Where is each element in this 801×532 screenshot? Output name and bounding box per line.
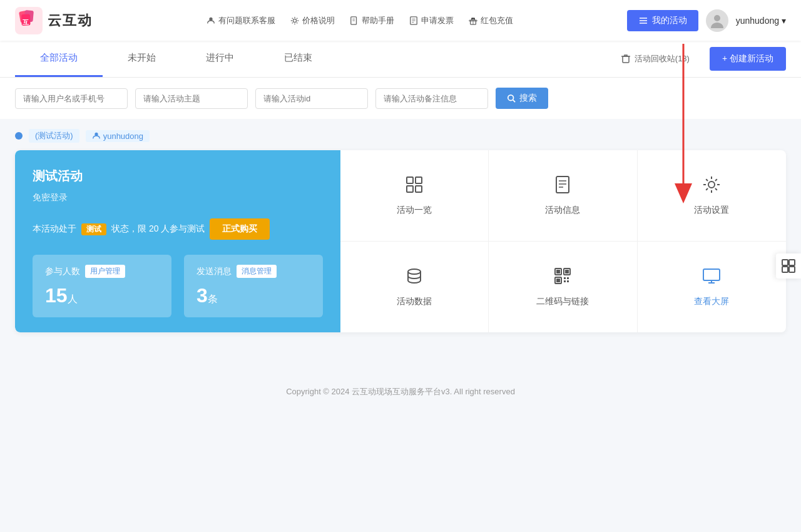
- invoice-icon: [409, 16, 418, 25]
- search-id-input[interactable]: [255, 88, 368, 109]
- trash-icon: [621, 54, 631, 64]
- tab-in-progress[interactable]: 进行中: [181, 41, 259, 77]
- stat1-number: 15人: [45, 284, 159, 307]
- action-activity-settings[interactable]: 活动设置: [638, 150, 786, 242]
- action-activity-data[interactable]: 活动数据: [340, 242, 489, 333]
- stat2-label-row: 发送消息 消息管理: [196, 265, 310, 278]
- tabs-left: 全部活动 未开始 进行中 已结束: [15, 41, 611, 77]
- person-icon: [207, 16, 215, 25]
- action-label-settings: 活动设置: [694, 205, 729, 216]
- svg-rect-40: [565, 270, 569, 274]
- search-username-input[interactable]: [15, 88, 128, 109]
- search-theme-input[interactable]: [135, 88, 248, 109]
- tab-ended[interactable]: 已结束: [259, 41, 337, 77]
- svg-point-5: [209, 17, 212, 20]
- action-label-info: 活动信息: [545, 205, 580, 216]
- svg-point-18: [714, 15, 720, 21]
- gear-icon-sm: [290, 16, 299, 25]
- nav-customer-service[interactable]: 有问题联系客服: [207, 15, 275, 26]
- database-icon: [405, 267, 424, 290]
- create-activity-button[interactable]: + 创建新活动: [710, 47, 786, 71]
- action-view-screen[interactable]: 查看大屏: [638, 242, 786, 333]
- svg-rect-31: [556, 176, 569, 193]
- grid-icon: [405, 175, 424, 198]
- svg-rect-51: [789, 260, 795, 265]
- avatar: [706, 9, 728, 32]
- filter-dot: [15, 132, 23, 140]
- stat1-label-row: 参与人数 用户管理: [45, 265, 159, 278]
- svg-line-25: [513, 100, 516, 103]
- svg-rect-53: [789, 267, 795, 272]
- action-label-qrcode: 二维码与链接: [536, 296, 589, 307]
- svg-rect-42: [556, 279, 560, 282]
- action-label-screen: 查看大屏: [694, 296, 729, 307]
- svg-text:互: 互: [23, 19, 29, 26]
- header-right: 我的活动 yunhudong ▾: [627, 9, 786, 32]
- search-icon: [507, 94, 516, 103]
- search-bar: 搜索: [0, 78, 801, 119]
- search-note-input[interactable]: [375, 88, 488, 109]
- nav-recharge[interactable]: 红包充值: [469, 15, 513, 26]
- user-management-button[interactable]: 用户管理: [85, 265, 125, 278]
- filter-tag-user[interactable]: yunhudong: [86, 130, 150, 142]
- svg-point-35: [708, 182, 715, 188]
- action-activity-info[interactable]: 活动信息: [489, 150, 637, 242]
- svg-rect-43: [564, 277, 566, 279]
- action-label-data: 活动数据: [397, 296, 432, 307]
- buy-button[interactable]: 正式购买: [210, 218, 270, 240]
- gear-icon-large: [702, 175, 721, 198]
- action-qrcode[interactable]: 二维码与链接: [489, 242, 637, 333]
- svg-rect-22: [623, 56, 629, 63]
- tabs-bar: 全部活动 未开始 进行中 已结束 活动回收站(18) + 创建新活动: [0, 41, 801, 78]
- svg-rect-29: [407, 186, 413, 192]
- svg-rect-46: [567, 280, 569, 282]
- nav-help[interactable]: 帮助手册: [350, 15, 394, 26]
- action-label-overview: 活动一览: [397, 205, 432, 216]
- svg-point-36: [408, 269, 421, 274]
- list-icon: [638, 16, 648, 26]
- nav-pricing[interactable]: 价格说明: [290, 15, 335, 26]
- logo-text: 云互动: [48, 11, 93, 30]
- svg-rect-52: [782, 267, 788, 272]
- logo-icon: 互: [15, 7, 43, 34]
- filter-tag-activity[interactable]: (测试活动): [29, 129, 79, 143]
- recycle-bin-button[interactable]: 活动回收站(18): [611, 53, 700, 64]
- qrcode-icon: [553, 267, 572, 290]
- card-right-panel: 活动一览 活动信息 活动设置 活动数据: [340, 150, 786, 332]
- header: 互 云互动 有问题联系客服 价格说明 帮助手册 申请发票 红包充值 我的活动: [0, 0, 801, 41]
- activity-login-type: 免密登录: [33, 192, 323, 203]
- doc-icon: [553, 175, 572, 198]
- logo: 互 云互动: [15, 7, 93, 34]
- book-icon: [350, 16, 359, 25]
- svg-point-26: [94, 133, 98, 136]
- footer: Copyright © 2024 云互动现场互动服务平台v3. All righ…: [0, 367, 801, 416]
- nav-invoice[interactable]: 申请发票: [409, 15, 454, 26]
- side-icon-panel[interactable]: [776, 253, 801, 279]
- stat2-number: 3条: [196, 284, 310, 307]
- user-tag-icon: [92, 131, 101, 140]
- my-activity-button[interactable]: 我的活动: [627, 10, 698, 31]
- message-management-button[interactable]: 消息管理: [237, 265, 277, 278]
- activity-title: 测试活动: [33, 168, 323, 185]
- svg-rect-27: [407, 177, 413, 183]
- tab-all-activities[interactable]: 全部活动: [15, 41, 103, 77]
- card-stats: 参与人数 用户管理 15人 发送消息 消息管理: [33, 255, 323, 317]
- svg-rect-45: [564, 280, 566, 282]
- user-name[interactable]: yunhudong ▾: [736, 16, 786, 26]
- user-avatar-icon: [708, 12, 726, 29]
- activity-card: 测试活动 免密登录 本活动处于 测试 状态，限 20 人参与测试 正式购买 参与…: [15, 150, 786, 332]
- svg-rect-30: [416, 186, 422, 192]
- svg-rect-47: [703, 269, 720, 280]
- svg-point-6: [293, 19, 296, 22]
- status-badge: 测试: [81, 223, 106, 235]
- action-activity-overview[interactable]: 活动一览: [340, 150, 489, 242]
- search-button[interactable]: 搜索: [496, 88, 548, 109]
- tab-not-started[interactable]: 未开始: [103, 41, 181, 77]
- gift-icon: [469, 16, 477, 25]
- svg-rect-38: [556, 270, 560, 274]
- layout-icon: [781, 258, 796, 274]
- filter-row: (测试活动) yunhudong: [15, 129, 786, 143]
- svg-rect-50: [782, 260, 788, 265]
- monitor-icon: [702, 267, 721, 290]
- card-left-panel: 测试活动 免密登录 本活动处于 测试 状态，限 20 人参与测试 正式购买 参与…: [15, 150, 340, 332]
